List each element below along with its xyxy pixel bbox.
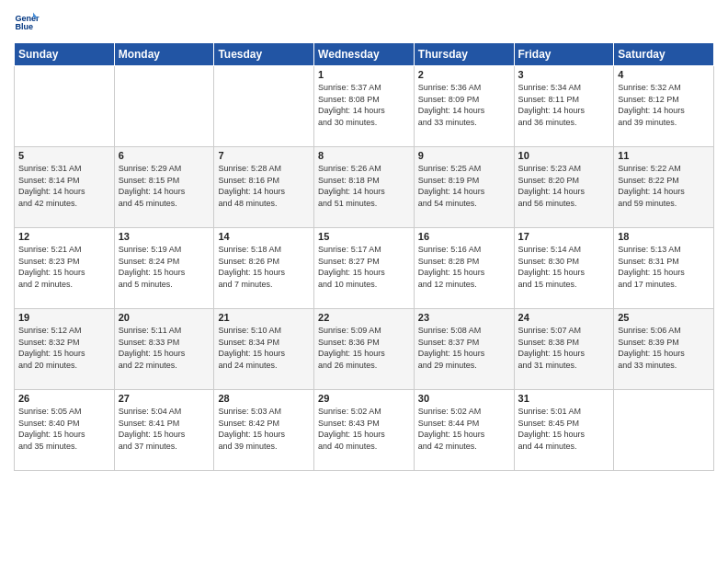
day-number: 7 [218,150,310,161]
cell-info: Sunrise: 5:32 AMSunset: 8:12 PMDaylight:… [618,82,710,128]
calendar-cell: 13Sunrise: 5:19 AMSunset: 8:24 PMDayligh… [114,228,214,309]
calendar-cell: 14Sunrise: 5:18 AMSunset: 8:26 PMDayligh… [214,228,314,309]
day-number: 14 [218,231,310,242]
day-number: 20 [119,312,210,323]
calendar-cell: 10Sunrise: 5:23 AMSunset: 8:20 PMDayligh… [514,147,614,228]
calendar-cell: 5Sunrise: 5:31 AMSunset: 8:14 PMDaylight… [15,147,115,228]
calendar-cell: 21Sunrise: 5:10 AMSunset: 8:34 PMDayligh… [214,309,314,390]
calendar-cell: 25Sunrise: 5:06 AMSunset: 8:39 PMDayligh… [614,309,714,390]
day-number: 1 [318,69,410,80]
day-number: 16 [418,231,510,242]
cell-info: Sunrise: 5:36 AMSunset: 8:09 PMDaylight:… [418,82,510,128]
day-number: 9 [418,150,510,161]
calendar-cell: 27Sunrise: 5:04 AMSunset: 8:41 PMDayligh… [114,390,214,471]
week-row-3: 12Sunrise: 5:21 AMSunset: 8:23 PMDayligh… [15,228,714,309]
cell-info: Sunrise: 5:26 AMSunset: 8:18 PMDaylight:… [318,163,410,209]
cell-info: Sunrise: 5:25 AMSunset: 8:19 PMDaylight:… [418,163,510,209]
cell-info: Sunrise: 5:29 AMSunset: 8:15 PMDaylight:… [119,163,210,209]
day-number: 29 [318,393,410,404]
cell-info: Sunrise: 5:07 AMSunset: 8:38 PMDaylight:… [518,325,610,371]
cell-info: Sunrise: 5:02 AMSunset: 8:43 PMDaylight:… [318,406,410,452]
calendar-cell: 31Sunrise: 5:01 AMSunset: 8:45 PMDayligh… [514,390,614,471]
cell-info: Sunrise: 5:22 AMSunset: 8:22 PMDaylight:… [618,163,710,209]
day-number: 8 [318,150,410,161]
day-number: 13 [119,231,210,242]
cell-info: Sunrise: 5:19 AMSunset: 8:24 PMDaylight:… [119,244,210,290]
day-number: 15 [318,231,410,242]
cell-info: Sunrise: 5:03 AMSunset: 8:42 PMDaylight:… [218,406,310,452]
calendar-cell: 30Sunrise: 5:02 AMSunset: 8:44 PMDayligh… [414,390,514,471]
cell-info: Sunrise: 5:04 AMSunset: 8:41 PMDaylight:… [119,406,210,452]
svg-text:Blue: Blue [15,22,33,31]
day-number: 21 [218,312,310,323]
col-header-saturday: Saturday [614,43,714,66]
calendar-cell: 15Sunrise: 5:17 AMSunset: 8:27 PMDayligh… [314,228,415,309]
calendar-cell [614,390,714,471]
calendar-cell: 19Sunrise: 5:12 AMSunset: 8:32 PMDayligh… [15,309,115,390]
col-header-tuesday: Tuesday [214,43,314,66]
calendar-cell: 24Sunrise: 5:07 AMSunset: 8:38 PMDayligh… [514,309,614,390]
cell-info: Sunrise: 5:01 AMSunset: 8:45 PMDaylight:… [518,406,610,452]
week-row-1: 1Sunrise: 5:37 AMSunset: 8:08 PMDaylight… [15,66,714,147]
cell-info: Sunrise: 5:14 AMSunset: 8:30 PMDaylight:… [518,244,610,290]
cell-info: Sunrise: 5:31 AMSunset: 8:14 PMDaylight:… [18,163,110,209]
col-header-wednesday: Wednesday [314,43,415,66]
page: General Blue SundayMondayTuesdayWednesda… [0,0,728,563]
day-number: 17 [518,231,610,242]
day-number: 10 [518,150,610,161]
col-header-thursday: Thursday [414,43,514,66]
cell-info: Sunrise: 5:12 AMSunset: 8:32 PMDaylight:… [18,325,110,371]
day-number: 5 [18,150,110,161]
col-header-friday: Friday [514,43,614,66]
calendar-cell: 6Sunrise: 5:29 AMSunset: 8:15 PMDaylight… [114,147,214,228]
calendar-cell [114,66,214,147]
calendar-cell: 9Sunrise: 5:25 AMSunset: 8:19 PMDaylight… [414,147,514,228]
day-number: 31 [518,393,610,404]
day-number: 12 [18,231,110,242]
svg-text:General: General [15,14,40,23]
day-number: 26 [18,393,110,404]
logo-icon: General Blue [14,9,40,35]
cell-info: Sunrise: 5:21 AMSunset: 8:23 PMDaylight:… [18,244,110,290]
day-number: 30 [418,393,510,404]
calendar-cell: 16Sunrise: 5:16 AMSunset: 8:28 PMDayligh… [414,228,514,309]
cell-info: Sunrise: 5:23 AMSunset: 8:20 PMDaylight:… [518,163,610,209]
day-number: 19 [18,312,110,323]
calendar-cell: 26Sunrise: 5:05 AMSunset: 8:40 PMDayligh… [15,390,115,471]
cell-info: Sunrise: 5:18 AMSunset: 8:26 PMDaylight:… [218,244,310,290]
calendar-cell: 29Sunrise: 5:02 AMSunset: 8:43 PMDayligh… [314,390,415,471]
calendar-cell: 23Sunrise: 5:08 AMSunset: 8:37 PMDayligh… [414,309,514,390]
week-row-4: 19Sunrise: 5:12 AMSunset: 8:32 PMDayligh… [15,309,714,390]
calendar-cell: 2Sunrise: 5:36 AMSunset: 8:09 PMDaylight… [414,66,514,147]
cell-info: Sunrise: 5:37 AMSunset: 8:08 PMDaylight:… [318,82,410,128]
calendar-cell [214,66,314,147]
day-number: 24 [518,312,610,323]
logo: General Blue [14,9,43,35]
cell-info: Sunrise: 5:11 AMSunset: 8:33 PMDaylight:… [119,325,210,371]
day-number: 22 [318,312,410,323]
cell-info: Sunrise: 5:06 AMSunset: 8:39 PMDaylight:… [618,325,710,371]
day-number: 27 [119,393,210,404]
day-number: 28 [218,393,310,404]
calendar-cell [15,66,115,147]
calendar-cell: 11Sunrise: 5:22 AMSunset: 8:22 PMDayligh… [614,147,714,228]
cell-info: Sunrise: 5:10 AMSunset: 8:34 PMDaylight:… [218,325,310,371]
day-number: 25 [618,312,710,323]
cell-info: Sunrise: 5:28 AMSunset: 8:16 PMDaylight:… [218,163,310,209]
day-number: 6 [119,150,210,161]
day-number: 2 [418,69,510,80]
day-number: 4 [618,69,710,80]
calendar-cell: 1Sunrise: 5:37 AMSunset: 8:08 PMDaylight… [314,66,415,147]
calendar-cell: 20Sunrise: 5:11 AMSunset: 8:33 PMDayligh… [114,309,214,390]
calendar-cell: 12Sunrise: 5:21 AMSunset: 8:23 PMDayligh… [15,228,115,309]
calendar-cell: 18Sunrise: 5:13 AMSunset: 8:31 PMDayligh… [614,228,714,309]
calendar-cell: 8Sunrise: 5:26 AMSunset: 8:18 PMDaylight… [314,147,415,228]
day-number: 18 [618,231,710,242]
col-header-monday: Monday [114,43,214,66]
day-number: 3 [518,69,610,80]
cell-info: Sunrise: 5:16 AMSunset: 8:28 PMDaylight:… [418,244,510,290]
day-number: 23 [418,312,510,323]
cell-info: Sunrise: 5:02 AMSunset: 8:44 PMDaylight:… [418,406,510,452]
calendar-cell: 4Sunrise: 5:32 AMSunset: 8:12 PMDaylight… [614,66,714,147]
cell-info: Sunrise: 5:17 AMSunset: 8:27 PMDaylight:… [318,244,410,290]
